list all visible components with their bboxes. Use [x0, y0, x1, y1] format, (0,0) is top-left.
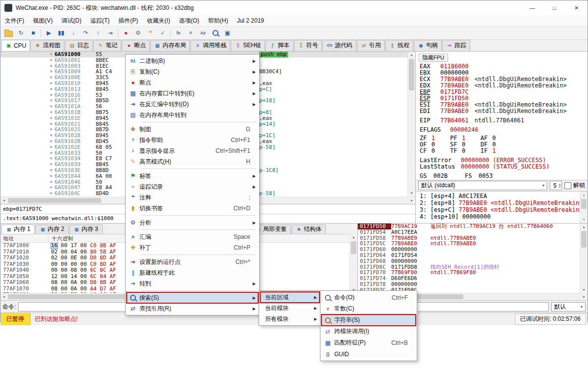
- breakpoint-dot[interactable]: ●: [48, 168, 54, 173]
- submenu-item-command[interactable]: 命令(O)Ctrl+F: [321, 292, 416, 303]
- dump-tab-struct[interactable]: ❖结构体: [292, 225, 326, 234]
- windows-button[interactable]: ▣: [221, 28, 234, 38]
- submenu-item-constant[interactable]: #常数(C): [321, 303, 416, 314]
- dump-tab-memory-3[interactable]: ▦内存 3: [69, 225, 103, 234]
- register-line[interactable]: LastError00000000 (ERROR_SUCCESS): [420, 157, 588, 164]
- register-line[interactable]: EFLAGS00000246: [420, 127, 588, 133]
- calling-convention-select[interactable]: 默认 (stdcall) ▾: [418, 181, 547, 190]
- step-into-button[interactable]: ↓: [67, 28, 80, 38]
- menu-item-patch[interactable]: ✚补丁Ctrl+P: [127, 242, 258, 253]
- breakpoint-dot[interactable]: ●: [48, 150, 54, 156]
- breakpoint-dot[interactable]: ●: [48, 162, 54, 168]
- submenu-item-guid[interactable]: {}GUID: [321, 348, 416, 360]
- breakpoint-dot[interactable]: ●: [48, 179, 54, 185]
- submenu-item-current-module[interactable]: 当前模块▶: [260, 303, 320, 313]
- menu-item-toggle-bookmark[interactable]: ▮切换书签Ctrl+D: [127, 203, 258, 214]
- register-line[interactable]: ZF1PF1AF0: [420, 135, 588, 142]
- stop-button[interactable]: ■: [27, 28, 39, 38]
- scrollbar-thumb[interactable]: [8, 198, 101, 203]
- tab-references[interactable]: ⇄引用: [357, 40, 385, 51]
- breakpoint-dot[interactable]: ●: [48, 63, 54, 69]
- disasm-vertical-scrollbar[interactable]: ▴ ▾: [407, 52, 415, 197]
- scrollbar-thumb[interactable]: [8, 294, 135, 299]
- comment-button[interactable]: ❝: [144, 28, 157, 38]
- menu-item-follow-in-memory-map[interactable]: ▤在内存布局中转到: [127, 110, 258, 120]
- menu-item-follow-in-dump[interactable]: ▦在内存窗口中转到(E)▶: [127, 88, 258, 99]
- dump-tab-memory-1[interactable]: ▦内存 1: [1, 225, 35, 234]
- patches-button[interactable]: #: [185, 28, 197, 38]
- breakpoint-dot[interactable]: ●: [48, 156, 54, 162]
- breakpoint-button[interactable]: ●: [120, 28, 132, 38]
- menu-item-find-references[interactable]: ⇄查找引用(R)▶: [127, 303, 258, 314]
- register-line[interactable]: EIP77B64061ntdll.77B64061: [420, 117, 588, 124]
- scroll-up-arrow[interactable]: ▴: [408, 52, 415, 58]
- register-line[interactable]: LastStatus00000000 (STATUS_SUCCESS): [420, 164, 588, 170]
- tab-script[interactable]: ƒ脚本: [266, 40, 294, 51]
- register-line[interactable]: ESI77B9ABE0<ntdll.DbgUiRemoteBreakin>: [420, 102, 588, 108]
- scroll-down-arrow[interactable]: ▾: [408, 190, 415, 197]
- close-button[interactable]: ✕: [565, 0, 588, 15]
- scroll-up-arrow[interactable]: ▴: [350, 234, 357, 241]
- breakpoint-dot[interactable]: ●: [48, 115, 54, 121]
- scrollbar-thumb[interactable]: [351, 241, 356, 254]
- breakpoint-dot[interactable]: ●: [48, 144, 54, 150]
- stack-row[interactable]: 0171FD640171FD54: [358, 253, 580, 258]
- minimize-button[interactable]: —: [521, 0, 543, 15]
- tab-seh-chain[interactable]: §SEH链: [231, 40, 265, 51]
- register-line[interactable]: EDX77B9ABE0<ntdll.DbgUiRemoteBreakin>: [420, 83, 588, 89]
- menu-item-comment[interactable]: ❝注释;: [127, 192, 258, 203]
- breakpoint-dot[interactable]: ●: [48, 92, 54, 98]
- submenu-item-current-region[interactable]: 当前区域▶: [260, 292, 320, 303]
- stack-row[interactable]: 0171FD54A0C17EEA: [358, 229, 580, 235]
- tab-breakpoints[interactable]: ●断点: [122, 40, 150, 51]
- tab-handles[interactable]: ◉句柄: [414, 40, 442, 51]
- breakpoint-dot[interactable]: ●: [48, 133, 54, 139]
- dump-tab-memory-2[interactable]: ▦内存 2: [35, 225, 69, 234]
- register-line[interactable]: OF0SF0DF0: [420, 142, 588, 148]
- register-line[interactable]: ESP0171FD50: [420, 95, 588, 102]
- unlock-checkbox[interactable]: 解锁: [564, 181, 585, 190]
- tab-call-stack[interactable]: ≡调用堆栈: [190, 40, 230, 51]
- tab-cpu[interactable]: ▣CPU: [1, 40, 30, 51]
- scroll-right-arrow[interactable]: ▸: [408, 197, 415, 204]
- scroll-up-arrow[interactable]: ▴: [580, 224, 588, 230]
- submenu-item-pattern[interactable]: ▦匹配特征(P)Ctrl+B: [321, 337, 416, 348]
- tab-trace[interactable]: ➔跟踪: [442, 40, 470, 51]
- find-pattern-button[interactable]: [209, 28, 221, 38]
- tab-memory-map[interactable]: ▦内存布局: [150, 40, 190, 51]
- stack-row[interactable]: 0171FD7800000000: [358, 282, 580, 287]
- register-line[interactable]: EAX01186000: [420, 63, 588, 70]
- menubar-item[interactable]: 帮助(H): [204, 15, 233, 27]
- scroll-down-arrow[interactable]: ▾: [580, 286, 588, 293]
- functions-button[interactable]: fx: [172, 28, 185, 38]
- step-over-button[interactable]: ↷: [80, 28, 92, 38]
- menu-item-set-new-origin[interactable]: ➔设置新的运行点Ctrl+*: [127, 256, 258, 267]
- menu-item-follow-in-disassembler[interactable]: ➔在反汇编中转到(D)▶: [127, 99, 258, 110]
- menu-item-assemble[interactable]: A汇编Space: [127, 231, 258, 242]
- menu-item-binary[interactable]: 01二进制(B)▶: [127, 56, 258, 66]
- menubar-item[interactable]: 调试(D): [57, 15, 86, 27]
- breakpoint-dot[interactable]: ●: [48, 86, 54, 92]
- breakpoint-dot[interactable]: ●: [48, 185, 54, 191]
- scroll-right-arrow[interactable]: ▸: [581, 293, 588, 300]
- breakpoint-dot[interactable]: ●: [48, 110, 54, 115]
- argument-line[interactable]: 3: [esp+C] 77B9ABE0 <ntdll.DbgUiRemoteBr…: [420, 206, 580, 213]
- menubar-item[interactable]: 收藏夹(I): [142, 15, 174, 27]
- restart-button[interactable]: ↻: [15, 28, 27, 38]
- register-line[interactable]: GS002BFS0053: [420, 173, 588, 179]
- hide-fpu-button[interactable]: 隐藏FPU: [419, 54, 448, 62]
- scrollbar-thumb[interactable]: [409, 59, 414, 90]
- scroll-up-arrow[interactable]: ▴: [580, 192, 588, 198]
- register-line[interactable]: EBP0171FD7C: [420, 89, 588, 95]
- stack-vertical-scrollbar[interactable]: ▴ ▾: [580, 224, 588, 293]
- breakpoint-dot[interactable]: ●: [48, 121, 54, 127]
- arguments-scrollbar[interactable]: ▴ ▾: [580, 192, 588, 223]
- breakpoint-dot[interactable]: ●: [48, 75, 54, 81]
- stack-row[interactable]: 0171FD6800000000: [358, 258, 580, 264]
- scroll-down-arrow[interactable]: ▾: [580, 216, 588, 223]
- menu-item-trace-record[interactable]: ≈追踪记录▶: [127, 181, 258, 192]
- menu-item-new-thread-here[interactable]: ∥新建线程于此: [127, 267, 258, 278]
- menu-item-instruction-help[interactable]: ?指令帮助Ctrl+F1: [127, 135, 258, 145]
- menubar-item[interactable]: 插件(P): [114, 15, 142, 27]
- menu-item-show-mnemonic-brief[interactable]: i显示指令提示Ctrl+Shift+F1: [127, 145, 258, 156]
